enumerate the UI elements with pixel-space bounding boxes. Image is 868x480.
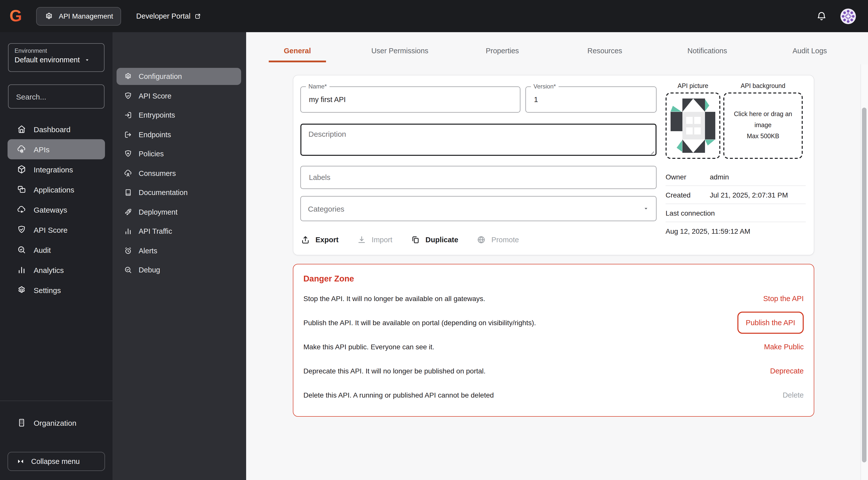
avatar-identicon-icon [840, 8, 856, 24]
chevron-down-icon [84, 57, 90, 63]
description-field [300, 124, 656, 158]
submenu-item-entrypoints[interactable]: Entrypoints [117, 107, 241, 124]
tab-resources[interactable]: Resources [554, 39, 656, 62]
developer-portal-link[interactable]: Developer Portal [136, 12, 202, 20]
publish-the-api-button[interactable]: Publish the API [737, 311, 804, 334]
danger-zone-card: Danger Zone Stop the API. It will no lon… [293, 264, 814, 417]
gear-icon [124, 72, 133, 81]
api-meta-panel: API picture API background [665, 83, 806, 245]
shield-check-icon [17, 225, 27, 235]
sidebar-item-organization[interactable]: Organization [7, 413, 105, 433]
submenu-item-api-score[interactable]: API Score [117, 87, 241, 104]
tab-general[interactable]: General [246, 39, 349, 62]
home-icon [17, 124, 27, 134]
make-public-button[interactable]: Make Public [764, 343, 804, 351]
sidebar-item-audit[interactable]: Audit [7, 240, 105, 260]
search-check-icon [124, 265, 133, 274]
submenu-item-alerts[interactable]: Alerts [117, 242, 241, 259]
cloud-gear-icon [17, 144, 27, 154]
cube-icon [17, 164, 27, 174]
stop-the-api-button[interactable]: Stop the API [763, 295, 804, 303]
rocket-icon [124, 207, 133, 216]
api-actions-row: Export Import Duplicate Promote [300, 235, 656, 245]
api-background-dropzone[interactable]: Click here or drag an image Max 500KB [723, 92, 803, 159]
danger-zone-row: Stop the API. It will no longer be avail… [303, 287, 804, 310]
globe-icon [476, 235, 487, 245]
description-textarea[interactable] [300, 124, 656, 156]
sidebar-item-dashboard[interactable]: Dashboard [7, 119, 105, 139]
last-connection-value: Aug 12, 2025, 11:59:12 AM [665, 227, 750, 235]
api-picture-label: API picture [665, 83, 720, 89]
vertical-scrollbar[interactable] [861, 64, 868, 480]
promote-button[interactable]: Promote [476, 235, 519, 245]
sidebar-item-api-score[interactable]: API Score [7, 220, 105, 240]
book-icon [124, 188, 133, 197]
search-input[interactable] [15, 92, 117, 101]
sidebar-item-apis[interactable]: APIs [7, 139, 105, 159]
sidebar-item-applications[interactable]: Applications [7, 179, 105, 200]
owner-row: Owner admin [665, 168, 806, 186]
bar-chart-icon [124, 227, 133, 236]
tab-user-permissions[interactable]: User Permissions [349, 39, 451, 62]
deprecate-button[interactable]: Deprecate [770, 367, 804, 375]
tab-notifications[interactable]: Notifications [656, 39, 758, 62]
export-button[interactable]: Export [300, 235, 339, 245]
submenu-item-endpoints[interactable]: Endpoints [117, 126, 241, 143]
name-input[interactable] [308, 95, 513, 104]
submenu-item-configuration[interactable]: Configuration [117, 68, 241, 85]
duplicate-button[interactable]: Duplicate [410, 235, 458, 245]
submenu-item-documentation[interactable]: Documentation [117, 184, 241, 201]
primary-nav: Dashboard APIs Integrations Applications… [0, 119, 113, 300]
submenu-item-debug[interactable]: Debug [117, 261, 241, 278]
labels-input[interactable] [308, 173, 649, 182]
submenu-item-consumers[interactable]: Consumers [117, 164, 241, 182]
submenu-item-deployment[interactable]: Deployment [117, 203, 241, 220]
user-avatar[interactable] [840, 8, 856, 24]
notifications-bell-icon[interactable] [816, 10, 827, 22]
scrollbar-thumb[interactable] [862, 108, 867, 462]
gear-icon [17, 285, 27, 295]
api-management-label: API Management [59, 12, 113, 20]
api-picture-dropzone[interactable] [665, 92, 720, 159]
cloud-user-icon [124, 169, 133, 178]
alarm-icon [124, 246, 133, 255]
select-arrow-icon [643, 206, 649, 212]
copy-stack-icon [17, 184, 27, 194]
bar-chart-icon [17, 265, 27, 275]
name-field: Name* [300, 86, 520, 113]
app-window: G API Management Developer Portal [0, 0, 868, 480]
copy-icon [410, 235, 421, 245]
sidebar-item-gateways[interactable]: Gateways [7, 200, 105, 220]
delete-button: Delete [783, 391, 804, 399]
environment-selector[interactable]: Environment Default environment [8, 43, 104, 72]
danger-zone-row: Delete this API. A running or published … [303, 383, 804, 407]
version-field-label: Version* [531, 83, 558, 90]
sidebar-item-integrations[interactable]: Integrations [7, 159, 105, 179]
organization-label: Organization [34, 418, 76, 427]
tab-audit-logs[interactable]: Audit Logs [758, 39, 861, 62]
submenu-item-policies[interactable]: Policies [117, 145, 241, 162]
import-button[interactable]: Import [356, 235, 392, 245]
owner-label: Owner [665, 173, 710, 181]
shield-star-icon [124, 149, 133, 158]
submenu-item-api-traffic[interactable]: API Traffic [117, 223, 241, 240]
svg-text:G: G [9, 7, 22, 25]
sidebar-item-analytics[interactable]: Analytics [7, 260, 105, 280]
gear-icon [44, 11, 54, 21]
cloud-icon [17, 205, 27, 215]
background-hint-line1: Click here or drag an image [730, 109, 797, 131]
danger-row-description: Publish the API. It will be available on… [303, 319, 536, 327]
api-form: Name* Version* Categories [300, 83, 656, 245]
categories-select[interactable]: Categories [300, 196, 656, 221]
version-input[interactable] [533, 95, 649, 104]
danger-zone-row: Deprecate this API. It will no longer be… [303, 359, 804, 383]
last-connection-label-row: Last connection [665, 204, 806, 222]
api-picture-image [671, 98, 715, 153]
tab-properties[interactable]: Properties [451, 39, 554, 62]
sidebar-item-settings[interactable]: Settings [7, 280, 105, 300]
collapse-menu-button[interactable]: Collapse menu [7, 452, 105, 471]
exit-icon [124, 130, 133, 139]
api-management-button[interactable]: API Management [36, 7, 121, 25]
danger-row-description: Deprecate this API. It will no longer be… [303, 367, 486, 375]
created-row: Created Jul 21, 2025, 2:07:31 PM [665, 186, 806, 204]
